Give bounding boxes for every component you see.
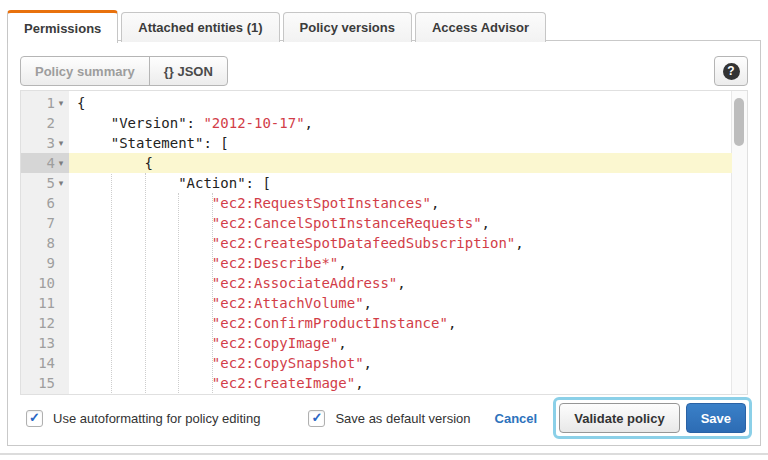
line-number: 10 <box>38 273 55 293</box>
tab-policy-versions[interactable]: Policy versions <box>283 12 412 42</box>
code-line[interactable]: "ec2:CreateImage", <box>69 373 732 393</box>
line-number: 15 <box>38 373 55 393</box>
autoformat-option[interactable]: ✓ Use autoformatting for policy editing <box>26 410 260 427</box>
fold-arrow-icon[interactable]: ▾ <box>55 138 67 148</box>
code-line[interactable]: "ec2:CreateSpotDatafeedSubscription", <box>69 233 732 253</box>
check-icon: ✓ <box>311 411 322 424</box>
editor-gutter: 1▾23▾4▾5▾6789101112131415 <box>21 91 69 394</box>
default-version-option[interactable]: ✓ Save as default version <box>308 410 470 427</box>
gutter-line: 11 <box>21 293 69 313</box>
gutter-line: 1▾ <box>21 93 69 113</box>
line-number: 12 <box>38 313 55 333</box>
code-line[interactable]: "Statement": [ <box>69 133 732 153</box>
help-button[interactable]: ? <box>714 56 748 86</box>
tab-bar: Permissions Attached entities (1) Policy… <box>7 10 761 42</box>
gutter-line: 14 <box>21 353 69 373</box>
json-view-button[interactable]: {} JSON <box>149 57 227 85</box>
code-line[interactable]: "ec2:AssociateAddress", <box>69 273 732 293</box>
tab-access-advisor[interactable]: Access Advisor <box>415 12 546 42</box>
validate-policy-button[interactable]: Validate policy <box>559 403 679 433</box>
code-line[interactable]: "ec2:ConfirmProductInstance", <box>69 313 732 333</box>
gutter-line: 10 <box>21 273 69 293</box>
policy-json-editor[interactable]: 1▾23▾4▾5▾6789101112131415 { "Version": "… <box>20 90 748 395</box>
gutter-line: 4▾ <box>21 153 69 173</box>
page-divider <box>0 453 768 455</box>
cancel-link[interactable]: Cancel <box>495 411 538 426</box>
gutter-line: 2 <box>21 113 69 133</box>
autoformat-checkbox[interactable]: ✓ <box>26 410 43 427</box>
gutter-line: 9 <box>21 253 69 273</box>
question-mark-icon: ? <box>723 63 740 80</box>
save-button[interactable]: Save <box>686 403 746 433</box>
code-line[interactable]: "ec2:CopyImage", <box>69 333 732 353</box>
code-line[interactable]: "ec2:CancelSpotInstanceRequests", <box>69 213 732 233</box>
line-number: 11 <box>38 293 55 313</box>
gutter-line: 3▾ <box>21 133 69 153</box>
gutter-line: 12 <box>21 313 69 333</box>
code-line[interactable]: "Version": "2012-10-17", <box>69 113 732 133</box>
autoformat-label: Use autoformatting for policy editing <box>53 411 260 426</box>
code-line[interactable]: { <box>69 93 732 113</box>
primary-actions-group: Validate policy Save <box>553 397 752 439</box>
line-number: 2 <box>47 113 55 133</box>
code-line[interactable]: "ec2:AttachVolume", <box>69 293 732 313</box>
code-line[interactable]: "ec2:Describe*", <box>69 253 732 273</box>
line-number: 6 <box>47 193 55 213</box>
code-line[interactable]: "ec2:CopySnapshot", <box>69 353 732 373</box>
code-line[interactable]: { <box>69 153 732 173</box>
line-number: 8 <box>47 233 55 253</box>
default-version-checkbox[interactable]: ✓ <box>308 410 325 427</box>
permissions-panel: Policy summary {} JSON ? 1▾23▾4▾5▾678910… <box>7 40 761 446</box>
line-number: 1 <box>47 93 55 113</box>
gutter-line: 7 <box>21 213 69 233</box>
policy-summary-button[interactable]: Policy summary <box>21 57 149 85</box>
policy-editor-screen: Permissions Attached entities (1) Policy… <box>0 0 768 460</box>
line-number: 4 <box>47 153 55 173</box>
line-number: 14 <box>38 353 55 373</box>
editor-toolbar: Policy summary {} JSON ? <box>20 56 748 86</box>
check-icon: ✓ <box>29 411 40 424</box>
scrollbar-thumb[interactable] <box>734 98 744 146</box>
view-toggle-group: Policy summary {} JSON <box>20 56 228 86</box>
line-number: 7 <box>47 213 55 233</box>
tab-attached-entities[interactable]: Attached entities (1) <box>121 12 279 42</box>
gutter-line: 5▾ <box>21 173 69 193</box>
code-line[interactable]: "ec2:RequestSpotInstances", <box>69 193 732 213</box>
tab-permissions[interactable]: Permissions <box>7 10 118 43</box>
gutter-line: 6 <box>21 193 69 213</box>
line-number: 3 <box>47 133 55 153</box>
fold-arrow-icon[interactable]: ▾ <box>55 98 67 108</box>
line-number: 9 <box>47 253 55 273</box>
default-version-label: Save as default version <box>335 411 470 426</box>
fold-arrow-icon[interactable]: ▾ <box>55 178 67 188</box>
fold-arrow-icon[interactable]: ▾ <box>55 158 67 168</box>
editor-code[interactable]: { "Version": "2012-10-17", "Statement": … <box>69 91 732 394</box>
footer-action-bar: ✓ Use autoformatting for policy editing … <box>8 391 760 445</box>
editor-scrollbar[interactable] <box>731 91 747 394</box>
gutter-line: 8 <box>21 233 69 253</box>
line-number: 5 <box>47 173 55 193</box>
code-line[interactable]: "Action": [ <box>69 173 732 193</box>
gutter-line: 13 <box>21 333 69 353</box>
line-number: 13 <box>38 333 55 353</box>
gutter-line: 15 <box>21 373 69 393</box>
